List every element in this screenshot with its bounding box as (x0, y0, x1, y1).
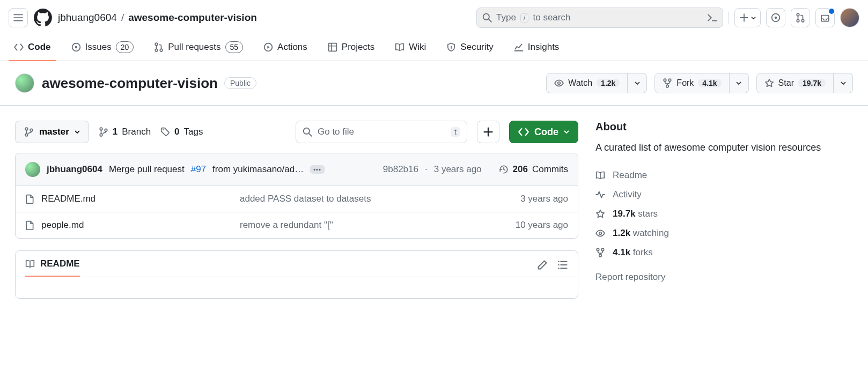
commit-pr-link[interactable]: #97 (191, 164, 206, 175)
about-readme-label: Readme (613, 170, 647, 181)
search-hint-prefix: Type (496, 12, 516, 23)
github-logo[interactable] (33, 8, 53, 27)
star-button[interactable]: Star 19.7k (756, 73, 834, 93)
breadcrumb-owner[interactable]: jbhuang0604 (58, 12, 117, 24)
search-kbd: / (520, 13, 529, 23)
tab-pulls[interactable]: Pull requests 55 (149, 33, 248, 61)
commits-count: 206 (513, 164, 528, 175)
tab-insights-label: Insights (528, 42, 560, 53)
fork-group: Fork 4.1k (654, 73, 748, 93)
readme-tab[interactable]: README (25, 258, 80, 277)
fork-button[interactable]: Fork 4.1k (654, 73, 729, 93)
svg-point-14 (558, 82, 561, 85)
about-stars-link[interactable]: 19.7k stars (595, 204, 853, 224)
main-content: master 1 Branch 0 Tags Go to file t (0, 106, 868, 305)
repo-header: awesome-computer-vision Public Watch 1.2… (0, 61, 868, 106)
svg-point-0 (483, 14, 489, 20)
issues-button[interactable] (766, 8, 785, 27)
tab-actions[interactable]: Actions (258, 33, 313, 61)
tab-code[interactable]: Code (9, 33, 56, 61)
readme-tab-label: README (40, 258, 80, 269)
svg-point-16 (669, 79, 672, 82)
commit-author[interactable]: jbhuang0604 (47, 164, 102, 175)
branches-link[interactable]: 1 Branch (99, 127, 151, 137)
tab-insights[interactable]: Insights (509, 33, 565, 61)
tab-projects[interactable]: Projects (322, 33, 380, 61)
svg-point-22 (100, 134, 102, 136)
caret-down-icon (841, 80, 846, 86)
pull-request-icon (796, 13, 805, 23)
add-file-button[interactable] (477, 121, 499, 143)
watch-menu-button[interactable] (628, 73, 647, 93)
svg-point-20 (30, 129, 33, 131)
star-menu-button[interactable] (834, 73, 853, 93)
file-row: README.md added PASS dataset to datasets… (16, 186, 578, 212)
pull-requests-button[interactable] (791, 8, 810, 27)
tab-wiki-label: Wiki (409, 42, 426, 53)
owner-avatar[interactable] (15, 73, 34, 93)
file-commit-message[interactable]: added PASS dataset to datasets (240, 194, 472, 204)
issue-icon (771, 13, 781, 23)
watch-button[interactable]: Watch 1.2k (546, 73, 628, 93)
code-download-button[interactable]: Code (509, 121, 578, 143)
pulse-icon (595, 190, 605, 199)
user-avatar[interactable] (840, 8, 859, 27)
commit-message-suffix[interactable]: from yukimasano/ad… (212, 164, 304, 175)
tab-code-label: Code (28, 42, 51, 53)
table-icon (328, 42, 337, 52)
about-description: A curated list of awesome computer visio… (595, 140, 853, 155)
book-icon (395, 42, 404, 52)
about-readme-link[interactable]: Readme (595, 166, 853, 185)
about-activity-link[interactable]: Activity (595, 185, 853, 204)
file-commit-message[interactable]: remove a redundant "[" (240, 220, 472, 231)
file-list-box: jbhuang0604 Merge pull request #97 from … (15, 153, 578, 239)
tab-issues-label: Issues (85, 42, 112, 53)
tab-projects-label: Projects (342, 42, 374, 53)
fork-icon (595, 248, 605, 257)
commit-expand-button[interactable]: ••• (310, 165, 325, 174)
report-label: Report repository (595, 272, 665, 283)
graph-icon (514, 42, 524, 52)
about-stars-count: 19.7k (613, 209, 636, 219)
tab-actions-label: Actions (277, 42, 307, 53)
file-row: people.md remove a redundant "[" 10 year… (16, 212, 578, 238)
file-name-link[interactable]: README.md (25, 194, 240, 204)
tab-issues[interactable]: Issues 20 (66, 33, 139, 61)
issue-icon (71, 42, 81, 52)
about-stars-label: stars (638, 209, 658, 219)
create-new-button[interactable] (734, 8, 761, 27)
svg-point-7 (75, 46, 77, 48)
list-icon (557, 260, 568, 270)
go-to-file-input[interactable]: Go to file t (296, 121, 467, 143)
commits-link[interactable]: 206 Commits (499, 164, 568, 175)
about-watching-link[interactable]: 1.2k watching (595, 224, 853, 243)
tab-wiki[interactable]: Wiki (389, 33, 431, 61)
svg-point-26 (558, 261, 560, 263)
commit-sha[interactable]: 9b82b16 (383, 164, 418, 175)
outline-button[interactable] (557, 260, 568, 270)
commit-message-prefix[interactable]: Merge pull request (109, 164, 185, 175)
file-name-link[interactable]: people.md (25, 220, 240, 231)
about-sidebar: About A curated list of awesome computer… (595, 121, 853, 299)
breadcrumb-repo[interactable]: awesome-computer-vision (128, 12, 257, 24)
notifications-button[interactable] (815, 8, 835, 27)
tags-link[interactable]: 0 Tags (160, 127, 203, 137)
commit-author-avatar[interactable] (25, 162, 40, 177)
repo-actions: Watch 1.2k Fork 4.1k Star 19.7k (546, 73, 853, 93)
about-forks-link[interactable]: 4.1k forks (595, 243, 853, 262)
fork-menu-button[interactable] (730, 73, 749, 93)
global-search[interactable]: Type / to search (476, 8, 723, 28)
tag-icon (160, 127, 170, 137)
edit-readme-button[interactable] (537, 260, 548, 270)
tab-security[interactable]: Security (441, 33, 498, 61)
file-commit-age: 3 years ago (472, 194, 568, 204)
nav-menu-button[interactable] (9, 8, 28, 27)
breadcrumb: jbhuang0604 / awesome-computer-vision (58, 12, 257, 24)
svg-point-25 (304, 128, 310, 134)
report-repository-link[interactable]: Report repository (595, 268, 853, 287)
caret-down-icon (75, 129, 80, 135)
branch-select[interactable]: master (15, 121, 89, 143)
svg-point-21 (100, 128, 102, 130)
header-actions (734, 8, 859, 27)
svg-point-9 (155, 49, 158, 51)
